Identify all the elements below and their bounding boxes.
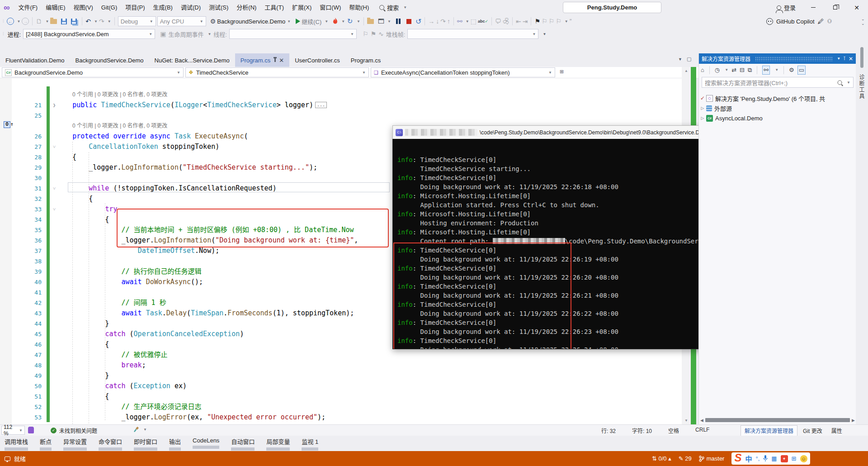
- bookmark-icon[interactable]: ⚑: [534, 18, 540, 25]
- menu-item[interactable]: 视图(V): [70, 4, 97, 11]
- step-over-button[interactable]: ↷: [440, 18, 446, 25]
- keyboard-icon[interactable]: ▦: [771, 455, 777, 462]
- zoom-dropdown[interactable]: 112 %▼: [1, 426, 25, 435]
- step-out-button[interactable]: ↑: [447, 18, 450, 25]
- code-line[interactable]: 50 catch (Exception ex): [0, 381, 678, 391]
- sync-icon[interactable]: ⇄: [731, 67, 736, 73]
- break-all-button[interactable]: [396, 19, 401, 24]
- git-branch[interactable]: master: [699, 455, 725, 462]
- wrench-icon[interactable]: ⚙: [789, 67, 794, 73]
- health-indicator-icon[interactable]: [28, 427, 34, 433]
- parallel-stacks-icon[interactable]: ∿: [378, 30, 384, 38]
- flag-icon[interactable]: ⚐: [363, 30, 368, 38]
- emoji-icon[interactable]: ☺: [800, 455, 807, 462]
- find-in-files-icon[interactable]: [367, 19, 374, 24]
- navbar-project-dropdown[interactable]: C# BackgroundService.Demo▼: [2, 67, 184, 77]
- menu-item[interactable]: Git(G): [97, 4, 121, 11]
- new-project-button[interactable]: 🗋: [36, 18, 42, 25]
- solution-explorer-title-bar[interactable]: 解决方案资源管理器 ▼ ⊺ ✕: [699, 53, 856, 64]
- doc-tab[interactable]: NuGet: Back...Service.Demo: [149, 53, 235, 67]
- ime-punctuation-icon[interactable]: °,: [755, 455, 760, 462]
- doc-tab[interactable]: FluentValidation.Demo: [0, 53, 70, 67]
- tool-window-tab[interactable]: CodeLens: [193, 437, 219, 449]
- increase-indent-icon[interactable]: ⇥: [523, 18, 528, 25]
- menu-item[interactable]: 工具(T): [260, 4, 288, 11]
- solution-configuration-dropdown[interactable]: Debug▼: [118, 16, 156, 26]
- doc-tab[interactable]: BackgroundService.Demo: [70, 53, 149, 67]
- sync-with-active-document-icon[interactable]: ⚯: [762, 66, 770, 75]
- menu-item[interactable]: 扩展(X): [288, 4, 316, 11]
- restore-button[interactable]: [825, 0, 845, 15]
- solution-platform-dropdown[interactable]: Any CPU▼: [157, 16, 206, 26]
- continue-button[interactable]: 继续(C): [302, 17, 321, 26]
- tool-window-tab[interactable]: 异常设置: [63, 437, 87, 451]
- hot-restart-icon[interactable]: ↻: [346, 18, 354, 25]
- navbar-type-dropdown[interactable]: ❖ TimedCheckService▼: [185, 67, 369, 77]
- scroll-right-arrow[interactable]: ▶: [852, 418, 855, 423]
- redo-button[interactable]: ↷: [99, 18, 104, 25]
- panel-bottom-tab[interactable]: 解决方案资源管理器: [741, 425, 797, 436]
- tree-item[interactable]: ▷C#AsyncLocal.Demo: [699, 113, 856, 123]
- thread-dropdown[interactable]: ▼: [229, 29, 357, 39]
- feedback-icon[interactable]: [5, 456, 10, 461]
- toolbar-overflow-icon[interactable]: ▼: [542, 32, 546, 36]
- tree-item[interactable]: ▷外部源: [699, 103, 856, 113]
- prev-bookmark-icon[interactable]: ⚐: [542, 18, 547, 25]
- tool-window-tab[interactable]: 自动窗口: [231, 437, 255, 451]
- tool-window-tab[interactable]: 输出: [169, 437, 181, 451]
- collapsed-region-box[interactable]: ...: [315, 102, 327, 108]
- pending-changes-filter-icon[interactable]: ◷: [715, 67, 720, 73]
- doc-tab[interactable]: Program.cs✕: [235, 53, 289, 67]
- ime-toolbar[interactable]: S 中 °, ▦ ✦ ⊞ ☺: [731, 452, 810, 465]
- step-into-button[interactable]: ↓: [436, 18, 439, 25]
- scroll-left-arrow[interactable]: ◀: [700, 418, 703, 423]
- pending-edits-count[interactable]: ✎ 29: [679, 455, 692, 462]
- eol-mode[interactable]: CRLF: [695, 427, 709, 434]
- console-output[interactable]: info: TimedCheckService[0] TimedCheckSer…: [392, 139, 710, 349]
- console-window[interactable]: C:\ \code\Peng.Study.Demo\BackgroundServ…: [392, 125, 710, 349]
- code-line[interactable]: 21❯ public TimedCheckService(ILogger<Tim…: [0, 100, 678, 110]
- hot-reload-flame-icon[interactable]: [332, 18, 338, 25]
- menu-item[interactable]: 文件(F): [14, 4, 42, 11]
- menu-item[interactable]: 生成(B): [149, 4, 177, 11]
- restart-button[interactable]: ↺: [415, 17, 421, 26]
- tool-window-tab[interactable]: 命令窗口: [99, 437, 122, 451]
- process-dropdown[interactable]: [2488] BackgroundService.Dem▼: [23, 29, 155, 39]
- copilot-edit-icon[interactable]: 🖉: [818, 18, 824, 25]
- startup-project-dropdown[interactable]: BackgroundService.Demo▼: [217, 18, 291, 25]
- properties-pages-icon[interactable]: ⧉: [748, 67, 752, 74]
- doc-tab[interactable]: UserController.cs: [289, 53, 345, 67]
- codelens-row[interactable]: 0 个引用 | 0 项更改 | 0 名作者, 0 项更改: [72, 90, 167, 100]
- microphone-icon[interactable]: [763, 455, 768, 462]
- spell-check-icon[interactable]: abc✓: [478, 19, 488, 24]
- stackframe-dropdown[interactable]: ▼: [407, 29, 538, 39]
- tree-item[interactable]: ✓◇解决方案 'Peng.Study.Demo' (6 个项目, 共: [699, 93, 856, 103]
- solution-explorer-hscrollbar[interactable]: ◀ ▶: [700, 417, 855, 423]
- float-window-icon[interactable]: ▢: [687, 56, 691, 62]
- chevron-right-icon[interactable]: ▷: [699, 116, 706, 120]
- panel-bottom-tab[interactable]: 属性: [828, 426, 846, 435]
- ime-chinese-mode-icon[interactable]: 中: [745, 454, 752, 463]
- undo-button[interactable]: ↶: [85, 18, 91, 25]
- tool-window-tab[interactable]: 局部变量: [266, 437, 290, 451]
- skin-icon[interactable]: ✦: [781, 455, 788, 462]
- close-icon[interactable]: ✕: [849, 56, 853, 62]
- close-button[interactable]: ✕: [846, 0, 867, 15]
- dotted-box-icon[interactable]: ⬚: [471, 18, 476, 25]
- stop-debugging-button[interactable]: [406, 19, 411, 24]
- chevron-down-icon[interactable]: ▼: [17, 19, 21, 24]
- menu-item[interactable]: 调试(D): [177, 4, 205, 11]
- console-title-bar[interactable]: C:\ \code\Peng.Study.Demo\BackgroundServ…: [392, 125, 710, 139]
- document-health[interactable]: ✓ 未找到相关问题: [51, 426, 97, 435]
- code-line[interactable]: 52 // 生产环境必须记录日志: [0, 402, 678, 412]
- decrease-indent-icon[interactable]: ⇤: [516, 18, 521, 25]
- menu-item[interactable]: 窗口(W): [316, 4, 345, 11]
- continue-play-icon[interactable]: [296, 19, 300, 24]
- lifecycle-events-button[interactable]: 生命周期事件: [168, 30, 203, 38]
- toolbox-icon[interactable]: ⊞: [792, 455, 797, 462]
- save-button[interactable]: [61, 19, 67, 24]
- error-warning-count[interactable]: ⇅ 0/0 ▴: [652, 455, 671, 462]
- copilot-person-icon[interactable]: ⚇: [827, 18, 832, 24]
- flagged-threads-icon[interactable]: ⚑: [371, 30, 377, 38]
- doc-list-dropdown-icon[interactable]: ▼: [678, 57, 682, 62]
